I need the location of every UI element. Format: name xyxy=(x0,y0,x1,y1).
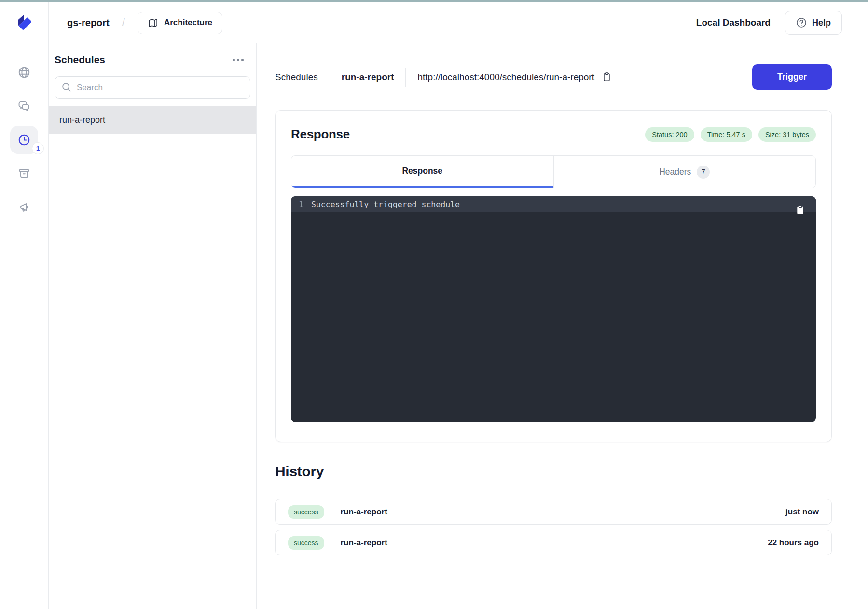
breadcrumb-name: run-a-report xyxy=(342,72,394,83)
response-title: Response xyxy=(291,127,350,142)
headers-count-badge: 7 xyxy=(697,166,710,179)
status-pill: success xyxy=(288,505,324,519)
line-text: Successfully triggered schedule xyxy=(311,200,460,209)
megaphone-icon xyxy=(17,201,31,214)
history-list: success run-a-report just now success ru… xyxy=(275,499,832,555)
response-card: Response Status: 200 Time: 5.47 s Size: … xyxy=(275,110,832,442)
history-row-name: run-a-report xyxy=(341,538,387,548)
archive-icon xyxy=(17,167,31,180)
status-badge: Status: 200 xyxy=(645,127,694,142)
response-tabs: Response Headers 7 xyxy=(291,155,816,188)
sidebar-item-api[interactable] xyxy=(10,58,38,86)
sidebar-item-announce[interactable] xyxy=(10,194,38,221)
history-title: History xyxy=(275,463,832,480)
schedules-count-badge: 1 xyxy=(32,142,44,154)
globe-icon xyxy=(17,66,31,79)
search-icon xyxy=(61,82,72,93)
tab-response-label: Response xyxy=(402,166,442,176)
history-row[interactable]: success run-a-report just now xyxy=(275,499,832,525)
sidebar-item-pubsub[interactable] xyxy=(10,92,38,120)
toolbar: Schedules run-a-report http://localhost:… xyxy=(275,64,832,90)
response-badges: Status: 200 Time: 5.47 s Size: 31 bytes xyxy=(645,127,816,142)
line-number: 1 xyxy=(299,200,311,209)
architecture-button[interactable]: Architecture xyxy=(138,12,222,34)
breadcrumb-section: Schedules xyxy=(275,72,318,83)
copy-url-icon[interactable] xyxy=(601,71,612,83)
chat-icon xyxy=(17,99,31,113)
schedule-url: http://localhost:4000/schedules/run-a-re… xyxy=(417,72,594,83)
schedules-list: run-a-report xyxy=(49,106,256,134)
list-item-label: run-a-report xyxy=(59,115,105,125)
search-wrap xyxy=(55,76,250,99)
copy-response-icon[interactable] xyxy=(795,204,805,216)
architecture-label: Architecture xyxy=(164,18,212,28)
time-badge: Time: 5.47 s xyxy=(701,127,752,142)
response-body-code: 1 Successfully triggered schedule xyxy=(291,196,816,422)
list-item-run-a-report[interactable]: run-a-report xyxy=(49,106,256,134)
history-row-time: 22 hours ago xyxy=(768,538,819,548)
header-main: gs-report / Architecture Local Dashboard xyxy=(49,2,868,43)
nav-rail: 1 xyxy=(0,43,49,609)
encore-logo-icon xyxy=(14,12,35,33)
main-content: Schedules run-a-report http://localhost:… xyxy=(257,43,868,609)
clock-icon xyxy=(17,133,31,147)
sidebar-item-storage[interactable] xyxy=(10,160,38,188)
tab-headers[interactable]: Headers 7 xyxy=(553,156,816,188)
ellipsis-menu-icon[interactable] xyxy=(232,56,245,64)
map-icon xyxy=(148,17,159,28)
code-line: 1 Successfully triggered schedule xyxy=(291,196,816,212)
app-logo[interactable] xyxy=(0,2,49,43)
help-label: Help xyxy=(812,18,831,28)
history-row[interactable]: success run-a-report 22 hours ago xyxy=(275,530,832,555)
divider xyxy=(330,68,330,87)
tab-headers-label: Headers xyxy=(659,167,691,177)
divider xyxy=(405,68,406,87)
status-pill: success xyxy=(288,536,324,550)
history-row-time: just now xyxy=(785,507,819,517)
sidebar-item-schedules[interactable]: 1 xyxy=(10,126,38,154)
search-input[interactable] xyxy=(55,76,250,99)
history-row-name: run-a-report xyxy=(341,507,387,517)
size-badge: Size: 31 bytes xyxy=(758,127,816,142)
breadcrumb-separator: / xyxy=(122,16,125,29)
app-header: gs-report / Architecture Local Dashboard xyxy=(0,2,868,43)
trigger-button[interactable]: Trigger xyxy=(752,64,832,90)
help-button[interactable]: Help xyxy=(785,11,842,35)
panel-title: Schedules xyxy=(55,54,105,66)
header-right: Local Dashboard Help xyxy=(696,11,842,35)
question-circle-icon xyxy=(796,17,807,28)
schedules-panel: Schedules run-a-report xyxy=(49,43,257,609)
dashboard-title: Local Dashboard xyxy=(696,17,771,28)
project-name: gs-report xyxy=(67,17,110,28)
breadcrumb: Schedules run-a-report http://localhost:… xyxy=(275,68,612,87)
tab-response[interactable]: Response xyxy=(291,156,553,188)
